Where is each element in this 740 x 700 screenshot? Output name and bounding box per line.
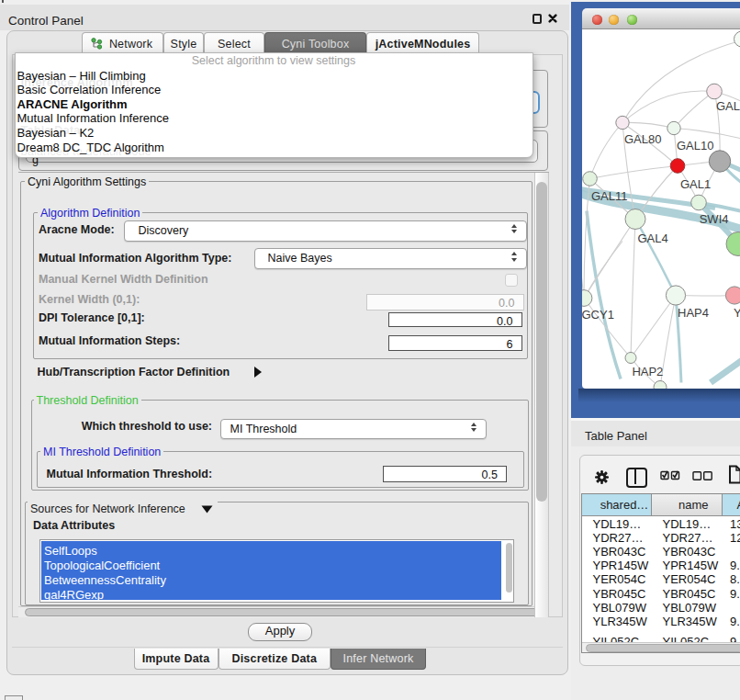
svg-text:HAP4: HAP4 bbox=[678, 305, 709, 319]
svg-text:GAL2: GAL2 bbox=[716, 98, 740, 112]
svg-text:Y: Y bbox=[734, 305, 740, 319]
svg-text:GAL11: GAL11 bbox=[591, 188, 628, 202]
svg-text:GAL4: GAL4 bbox=[637, 231, 667, 244]
svg-text:GAL80: GAL80 bbox=[624, 131, 661, 145]
svg-text:SWI4: SWI4 bbox=[700, 211, 729, 225]
svg-text:GAL10: GAL10 bbox=[677, 139, 713, 152]
svg-text:GCY1: GCY1 bbox=[582, 307, 614, 321]
svg-text:HAP2: HAP2 bbox=[632, 364, 663, 378]
svg-text:GAL1: GAL1 bbox=[680, 177, 711, 191]
